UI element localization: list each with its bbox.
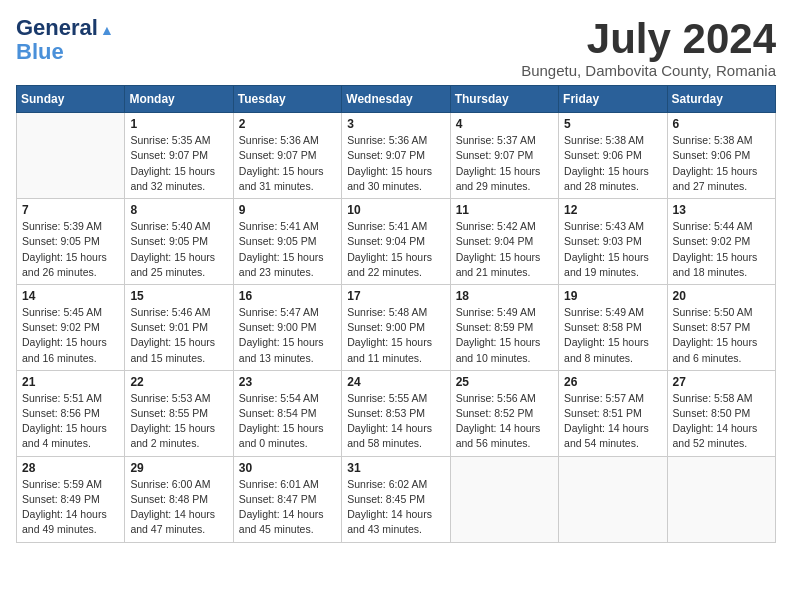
- calendar-cell: 20Sunrise: 5:50 AMSunset: 8:57 PMDayligh…: [667, 284, 775, 370]
- day-info: Sunrise: 5:43 AMSunset: 9:03 PMDaylight:…: [564, 219, 661, 280]
- day-info: Sunrise: 5:51 AMSunset: 8:56 PMDaylight:…: [22, 391, 119, 452]
- day-number: 8: [130, 203, 227, 217]
- day-info: Sunrise: 5:49 AMSunset: 8:59 PMDaylight:…: [456, 305, 553, 366]
- calendar-cell: 3Sunrise: 5:36 AMSunset: 9:07 PMDaylight…: [342, 113, 450, 199]
- calendar-week-3: 14Sunrise: 5:45 AMSunset: 9:02 PMDayligh…: [17, 284, 776, 370]
- column-header-monday: Monday: [125, 86, 233, 113]
- day-number: 27: [673, 375, 770, 389]
- calendar-cell: 29Sunrise: 6:00 AMSunset: 8:48 PMDayligh…: [125, 456, 233, 542]
- day-number: 7: [22, 203, 119, 217]
- day-number: 19: [564, 289, 661, 303]
- day-info: Sunrise: 5:46 AMSunset: 9:01 PMDaylight:…: [130, 305, 227, 366]
- title-block: July 2024 Bungetu, Dambovita County, Rom…: [521, 16, 776, 79]
- day-info: Sunrise: 5:54 AMSunset: 8:54 PMDaylight:…: [239, 391, 336, 452]
- day-number: 11: [456, 203, 553, 217]
- column-header-tuesday: Tuesday: [233, 86, 341, 113]
- calendar-cell: 19Sunrise: 5:49 AMSunset: 8:58 PMDayligh…: [559, 284, 667, 370]
- calendar-cell: 23Sunrise: 5:54 AMSunset: 8:54 PMDayligh…: [233, 370, 341, 456]
- calendar-cell: 26Sunrise: 5:57 AMSunset: 8:51 PMDayligh…: [559, 370, 667, 456]
- day-number: 3: [347, 117, 444, 131]
- day-number: 9: [239, 203, 336, 217]
- day-info: Sunrise: 5:41 AMSunset: 9:05 PMDaylight:…: [239, 219, 336, 280]
- day-info: Sunrise: 5:57 AMSunset: 8:51 PMDaylight:…: [564, 391, 661, 452]
- calendar-cell: 24Sunrise: 5:55 AMSunset: 8:53 PMDayligh…: [342, 370, 450, 456]
- day-info: Sunrise: 5:42 AMSunset: 9:04 PMDaylight:…: [456, 219, 553, 280]
- calendar-cell: [667, 456, 775, 542]
- logo-text: General▲ Blue: [16, 16, 114, 64]
- day-info: Sunrise: 5:48 AMSunset: 9:00 PMDaylight:…: [347, 305, 444, 366]
- calendar-cell: 4Sunrise: 5:37 AMSunset: 9:07 PMDaylight…: [450, 113, 558, 199]
- day-info: Sunrise: 5:53 AMSunset: 8:55 PMDaylight:…: [130, 391, 227, 452]
- column-header-saturday: Saturday: [667, 86, 775, 113]
- day-number: 15: [130, 289, 227, 303]
- day-number: 6: [673, 117, 770, 131]
- day-info: Sunrise: 5:38 AMSunset: 9:06 PMDaylight:…: [673, 133, 770, 194]
- calendar-cell: 5Sunrise: 5:38 AMSunset: 9:06 PMDaylight…: [559, 113, 667, 199]
- column-header-wednesday: Wednesday: [342, 86, 450, 113]
- day-info: Sunrise: 5:50 AMSunset: 8:57 PMDaylight:…: [673, 305, 770, 366]
- day-info: Sunrise: 5:56 AMSunset: 8:52 PMDaylight:…: [456, 391, 553, 452]
- calendar-cell: 11Sunrise: 5:42 AMSunset: 9:04 PMDayligh…: [450, 199, 558, 285]
- day-number: 10: [347, 203, 444, 217]
- day-number: 16: [239, 289, 336, 303]
- calendar-cell: 2Sunrise: 5:36 AMSunset: 9:07 PMDaylight…: [233, 113, 341, 199]
- day-number: 14: [22, 289, 119, 303]
- day-number: 25: [456, 375, 553, 389]
- calendar-cell: 27Sunrise: 5:58 AMSunset: 8:50 PMDayligh…: [667, 370, 775, 456]
- calendar-cell: 10Sunrise: 5:41 AMSunset: 9:04 PMDayligh…: [342, 199, 450, 285]
- month-title: July 2024: [521, 16, 776, 62]
- calendar-cell: [450, 456, 558, 542]
- day-info: Sunrise: 5:49 AMSunset: 8:58 PMDaylight:…: [564, 305, 661, 366]
- calendar-table: SundayMondayTuesdayWednesdayThursdayFrid…: [16, 85, 776, 542]
- day-info: Sunrise: 6:02 AMSunset: 8:45 PMDaylight:…: [347, 477, 444, 538]
- calendar-cell: 31Sunrise: 6:02 AMSunset: 8:45 PMDayligh…: [342, 456, 450, 542]
- day-number: 23: [239, 375, 336, 389]
- day-number: 29: [130, 461, 227, 475]
- day-number: 31: [347, 461, 444, 475]
- day-number: 21: [22, 375, 119, 389]
- logo: General▲ Blue: [16, 16, 114, 64]
- day-number: 24: [347, 375, 444, 389]
- day-number: 13: [673, 203, 770, 217]
- day-number: 26: [564, 375, 661, 389]
- calendar-cell: 22Sunrise: 5:53 AMSunset: 8:55 PMDayligh…: [125, 370, 233, 456]
- page-header: General▲ Blue July 2024 Bungetu, Dambovi…: [16, 16, 776, 79]
- calendar-cell: 17Sunrise: 5:48 AMSunset: 9:00 PMDayligh…: [342, 284, 450, 370]
- day-info: Sunrise: 5:47 AMSunset: 9:00 PMDaylight:…: [239, 305, 336, 366]
- day-info: Sunrise: 5:44 AMSunset: 9:02 PMDaylight:…: [673, 219, 770, 280]
- calendar-cell: 6Sunrise: 5:38 AMSunset: 9:06 PMDaylight…: [667, 113, 775, 199]
- calendar-cell: 8Sunrise: 5:40 AMSunset: 9:05 PMDaylight…: [125, 199, 233, 285]
- day-info: Sunrise: 6:01 AMSunset: 8:47 PMDaylight:…: [239, 477, 336, 538]
- calendar-header-row: SundayMondayTuesdayWednesdayThursdayFrid…: [17, 86, 776, 113]
- calendar-cell: [559, 456, 667, 542]
- day-number: 17: [347, 289, 444, 303]
- calendar-cell: [17, 113, 125, 199]
- calendar-cell: 25Sunrise: 5:56 AMSunset: 8:52 PMDayligh…: [450, 370, 558, 456]
- day-info: Sunrise: 5:35 AMSunset: 9:07 PMDaylight:…: [130, 133, 227, 194]
- calendar-cell: 12Sunrise: 5:43 AMSunset: 9:03 PMDayligh…: [559, 199, 667, 285]
- calendar-cell: 16Sunrise: 5:47 AMSunset: 9:00 PMDayligh…: [233, 284, 341, 370]
- calendar-week-1: 1Sunrise: 5:35 AMSunset: 9:07 PMDaylight…: [17, 113, 776, 199]
- calendar-week-4: 21Sunrise: 5:51 AMSunset: 8:56 PMDayligh…: [17, 370, 776, 456]
- column-header-thursday: Thursday: [450, 86, 558, 113]
- calendar-cell: 21Sunrise: 5:51 AMSunset: 8:56 PMDayligh…: [17, 370, 125, 456]
- day-info: Sunrise: 5:59 AMSunset: 8:49 PMDaylight:…: [22, 477, 119, 538]
- location-subtitle: Bungetu, Dambovita County, Romania: [521, 62, 776, 79]
- calendar-cell: 7Sunrise: 5:39 AMSunset: 9:05 PMDaylight…: [17, 199, 125, 285]
- calendar-week-2: 7Sunrise: 5:39 AMSunset: 9:05 PMDaylight…: [17, 199, 776, 285]
- calendar-week-5: 28Sunrise: 5:59 AMSunset: 8:49 PMDayligh…: [17, 456, 776, 542]
- calendar-cell: 30Sunrise: 6:01 AMSunset: 8:47 PMDayligh…: [233, 456, 341, 542]
- day-number: 28: [22, 461, 119, 475]
- calendar-cell: 14Sunrise: 5:45 AMSunset: 9:02 PMDayligh…: [17, 284, 125, 370]
- calendar-cell: 9Sunrise: 5:41 AMSunset: 9:05 PMDaylight…: [233, 199, 341, 285]
- day-info: Sunrise: 5:41 AMSunset: 9:04 PMDaylight:…: [347, 219, 444, 280]
- day-number: 22: [130, 375, 227, 389]
- day-number: 5: [564, 117, 661, 131]
- calendar-cell: 13Sunrise: 5:44 AMSunset: 9:02 PMDayligh…: [667, 199, 775, 285]
- day-info: Sunrise: 5:55 AMSunset: 8:53 PMDaylight:…: [347, 391, 444, 452]
- calendar-cell: 15Sunrise: 5:46 AMSunset: 9:01 PMDayligh…: [125, 284, 233, 370]
- day-info: Sunrise: 5:36 AMSunset: 9:07 PMDaylight:…: [239, 133, 336, 194]
- day-info: Sunrise: 5:58 AMSunset: 8:50 PMDaylight:…: [673, 391, 770, 452]
- day-info: Sunrise: 5:38 AMSunset: 9:06 PMDaylight:…: [564, 133, 661, 194]
- day-number: 20: [673, 289, 770, 303]
